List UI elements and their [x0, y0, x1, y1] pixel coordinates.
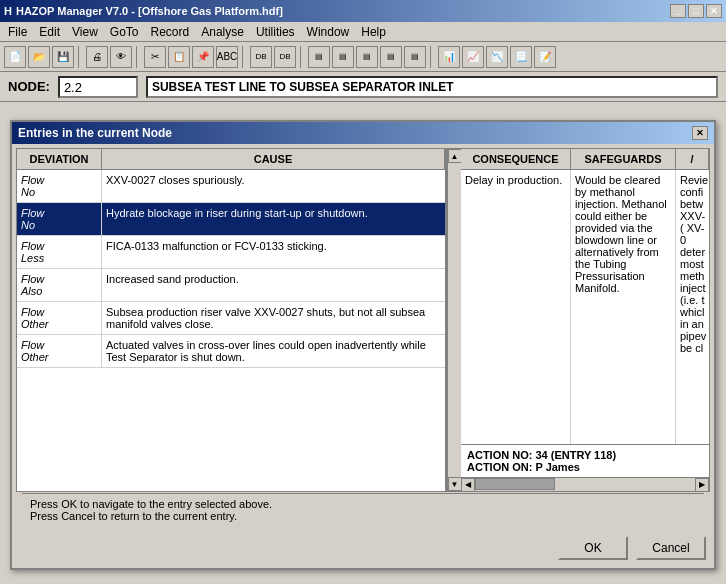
- tb-report[interactable]: 📃: [510, 46, 532, 68]
- col-header-consequence: CONSEQUENCE: [461, 149, 571, 169]
- right-pane: CONSEQUENCE SAFEGUARDS / Delay in produc…: [461, 149, 709, 491]
- dialog-buttons: OK Cancel: [558, 536, 706, 560]
- tb-b6[interactable]: ▤: [380, 46, 402, 68]
- tb-cut[interactable]: ✂: [144, 46, 166, 68]
- cell-deviation: FlowLess: [17, 236, 102, 268]
- menu-help[interactable]: Help: [355, 23, 392, 41]
- tb-sep2: [136, 46, 140, 68]
- menu-record[interactable]: Record: [145, 23, 196, 41]
- hscroll-right[interactable]: ▶: [695, 478, 709, 492]
- action-no: ACTION NO: 34 (ENTRY 118): [467, 449, 703, 461]
- maximize-button[interactable]: □: [688, 4, 704, 18]
- tb-paste[interactable]: 📌: [192, 46, 214, 68]
- right-content: Delay in production. Would be cleared by…: [461, 170, 709, 491]
- scroll-up[interactable]: ▲: [448, 149, 462, 163]
- dialog-title-bar: Entries in the current Node ✕: [12, 122, 714, 144]
- tb-copy[interactable]: 📋: [168, 46, 190, 68]
- tb-b3[interactable]: ▤: [308, 46, 330, 68]
- menu-utilities[interactable]: Utilities: [250, 23, 301, 41]
- window-title: HAZOP Manager V7.0 - [Offshore Gas Platf…: [16, 5, 283, 17]
- menu-file[interactable]: File: [2, 23, 33, 41]
- dialog-title-text: Entries in the current Node: [18, 126, 172, 140]
- cell-cause: FICA-0133 malfunction or FCV-0133 sticki…: [102, 236, 445, 268]
- tb-print[interactable]: 🖨: [86, 46, 108, 68]
- tb-b2[interactable]: DB: [274, 46, 296, 68]
- right-top: Delay in production. Would be cleared by…: [461, 170, 709, 444]
- dialog-close-button[interactable]: ✕: [692, 126, 708, 140]
- col-header-deviation: DEVIATION: [17, 149, 102, 169]
- tb-sep5: [430, 46, 434, 68]
- tb-b1[interactable]: DB: [250, 46, 272, 68]
- menu-view[interactable]: View: [66, 23, 104, 41]
- left-pane: DEVIATION CAUSE FlowNo XXV-0027 closes s…: [17, 149, 447, 491]
- entries-list[interactable]: FlowNo XXV-0027 closes spuriously. FlowN…: [17, 170, 445, 491]
- action-bar: ACTION NO: 34 (ENTRY 118) ACTION ON: P J…: [461, 444, 709, 477]
- app-icon: H: [4, 5, 12, 17]
- table-row[interactable]: FlowAlso Increased sand production.: [17, 269, 445, 302]
- tb-spell[interactable]: ABC: [216, 46, 238, 68]
- col-header-safeguards: SAFEGUARDS: [571, 149, 676, 169]
- minimize-button[interactable]: _: [670, 4, 686, 18]
- cell-cause: Subsea production riser valve XXV-0027 s…: [102, 302, 445, 334]
- node-value[interactable]: 2.2: [58, 76, 138, 98]
- menu-goto[interactable]: GoTo: [104, 23, 145, 41]
- cell-safeguards: Would be cleared by methanol injection. …: [571, 170, 676, 444]
- cell-deviation-selected: FlowNo: [17, 203, 102, 235]
- cell-cause-selected: Hydrate blockage in riser during start-u…: [102, 203, 445, 235]
- tb-preview[interactable]: 👁: [110, 46, 132, 68]
- window-controls[interactable]: _ □ ✕: [670, 4, 722, 18]
- cancel-button[interactable]: Cancel: [636, 536, 706, 560]
- tb-sep1: [78, 46, 82, 68]
- table-row[interactable]: FlowLess FICA-0133 malfunction or FCV-01…: [17, 236, 445, 269]
- menu-bar: File Edit View GoTo Record Analyse Utili…: [0, 22, 726, 42]
- dialog: Entries in the current Node ✕ DEVIATION …: [10, 120, 716, 570]
- tb-save[interactable]: 💾: [52, 46, 74, 68]
- tb-b5[interactable]: ▤: [356, 46, 378, 68]
- menu-analyse[interactable]: Analyse: [195, 23, 250, 41]
- node-bar: NODE: 2.2 SUBSEA TEST LINE TO SUBSEA SEP…: [0, 72, 726, 102]
- entries-table: DEVIATION CAUSE FlowNo XXV-0027 closes s…: [16, 148, 710, 492]
- action-on: ACTION ON: P James: [467, 461, 703, 473]
- cell-consequence: Delay in production.: [461, 170, 571, 444]
- status-line-2: Press Cancel to return to the current en…: [30, 510, 696, 522]
- tb-new[interactable]: 📄: [4, 46, 26, 68]
- tb-sep3: [242, 46, 246, 68]
- col-header-cause: CAUSE: [102, 149, 445, 169]
- menu-window[interactable]: Window: [301, 23, 356, 41]
- hscroll-thumb[interactable]: [475, 478, 555, 490]
- toolbar: 📄 📂 💾 🖨 👁 ✂ 📋 📌 ABC DB DB ▤ ▤ ▤ ▤ ▤ 📊 📈 …: [0, 42, 726, 72]
- status-bar: Press OK to navigate to the entry select…: [22, 493, 704, 526]
- table-row[interactable]: FlowOther Subsea production riser valve …: [17, 302, 445, 335]
- cell-cause: Increased sand production.: [102, 269, 445, 301]
- tb-b7[interactable]: ▤: [404, 46, 426, 68]
- cell-review: Revie confi betw XXV-( XV-0 deter most m…: [676, 170, 709, 444]
- menu-edit[interactable]: Edit: [33, 23, 66, 41]
- tb-chart[interactable]: 📈: [462, 46, 484, 68]
- table-row-selected[interactable]: FlowNo Hydrate blockage in riser during …: [17, 203, 445, 236]
- tb-graph[interactable]: 📊: [438, 46, 460, 68]
- cell-cause: XXV-0027 closes spuriously.: [102, 170, 445, 202]
- right-col-headers: CONSEQUENCE SAFEGUARDS /: [461, 149, 709, 170]
- tb-summary[interactable]: 📝: [534, 46, 556, 68]
- table-row[interactable]: FlowOther Actuated valves in cross-over …: [17, 335, 445, 368]
- tb-open[interactable]: 📂: [28, 46, 50, 68]
- hscroll-track[interactable]: [475, 478, 695, 491]
- cell-deviation: FlowOther: [17, 335, 102, 367]
- horiz-scrollbar[interactable]: ◀ ▶: [461, 477, 709, 491]
- cell-cause: Actuated valves in cross-over lines coul…: [102, 335, 445, 367]
- left-col-headers: DEVIATION CAUSE: [17, 149, 445, 170]
- hscroll-left[interactable]: ◀: [461, 478, 475, 492]
- node-description: SUBSEA TEST LINE TO SUBSEA SEPARATOR INL…: [146, 76, 718, 98]
- close-button[interactable]: ✕: [706, 4, 722, 18]
- scroll-down[interactable]: ▼: [448, 477, 462, 491]
- left-scrollbar[interactable]: ▲ ▼: [447, 149, 461, 491]
- node-label: NODE:: [8, 79, 50, 94]
- tb-b4[interactable]: ▤: [332, 46, 354, 68]
- cell-deviation: FlowAlso: [17, 269, 102, 301]
- title-bar: H HAZOP Manager V7.0 - [Offshore Gas Pla…: [0, 0, 726, 22]
- tb-table[interactable]: 📉: [486, 46, 508, 68]
- cell-deviation: FlowOther: [17, 302, 102, 334]
- ok-button[interactable]: OK: [558, 536, 628, 560]
- table-row[interactable]: FlowNo XXV-0027 closes spuriously.: [17, 170, 445, 203]
- cell-deviation: FlowNo: [17, 170, 102, 202]
